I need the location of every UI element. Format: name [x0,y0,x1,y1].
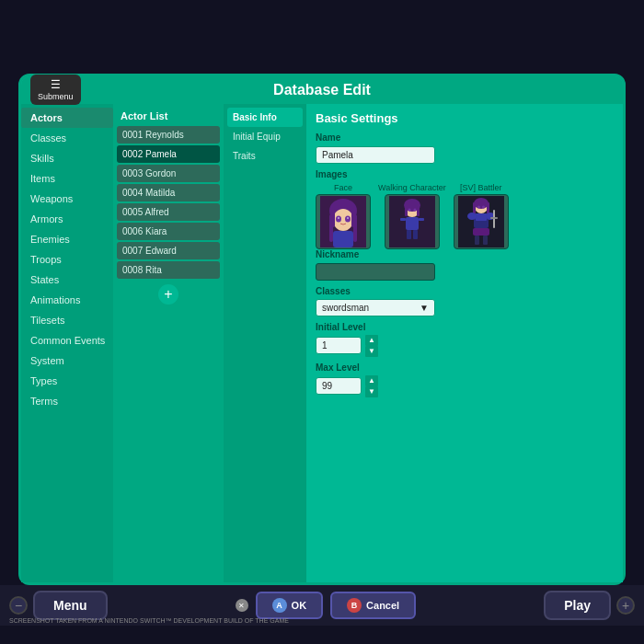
actor-item-pamela[interactable]: 0002 Pamela [117,145,220,163]
svg-rect-35 [473,228,489,236]
face-image-box: Face [316,183,371,249]
actor-item-alfred[interactable]: 0005 Alfred [117,203,220,221]
tab-traits[interactable]: Traits [227,146,303,166]
sidebar-item-system[interactable]: System [21,351,113,371]
ok-button[interactable]: A OK [256,592,324,619]
play-button[interactable]: Play [544,591,611,620]
svg-rect-10 [329,214,333,242]
sidebar-item-troops[interactable]: Troops [21,249,113,270]
max-level-spinners: ▲ ▼ [365,375,378,397]
sidebar-item-enemies[interactable]: Enemies [21,229,113,249]
actor-item-rita[interactable]: 0008 Rita [117,261,220,279]
max-level-label: Max Level [316,362,614,373]
add-actor-button[interactable]: + [158,284,178,305]
face-image[interactable] [316,194,371,249]
svg-point-30 [482,205,485,208]
initial-level-spinners: ▲ ▼ [365,335,378,357]
classes-label: Classes [316,286,614,296]
actor-item-edward[interactable]: 0007 Edward [117,242,220,259]
sidebar-item-common-events[interactable]: Common Events [21,330,113,351]
images-label: Images [316,169,614,179]
b-badge: B [347,598,362,613]
nickname-label: Nickname [316,249,614,259]
sv-battler-label: [SV] Battler [460,183,502,192]
center-buttons: ✕ A OK B Cancel [236,592,417,619]
minus-button[interactable]: − [9,596,28,615]
disclaimer-text: SCREENSHOT TAKEN FROM A NINTENDO SWITCH™… [9,617,289,624]
sidebar-item-terms[interactable]: Terms [21,391,113,411]
actor-item-reynolds[interactable]: 0001 Reynolds [117,126,220,144]
svg-rect-9 [333,231,353,247]
svg-point-29 [477,205,480,208]
svg-rect-19 [406,217,419,230]
tab-basic-info[interactable]: Basic Info [227,108,303,127]
svg-rect-23 [413,230,418,239]
sv-battler-image-box: [SV] Battler [454,183,509,249]
sidebar-item-animations[interactable]: Animations [21,290,113,310]
name-label: Name [316,132,614,143]
actor-item-kiara[interactable]: 0006 Kiara [117,223,220,240]
window-title: Database Edit [273,82,371,98]
ok-label: OK [292,600,307,611]
walking-image-box: Walking Character [378,183,446,249]
max-level-up-button[interactable]: ▲ [365,375,378,386]
max-level-input[interactable] [316,377,362,395]
name-input[interactable] [316,146,435,164]
tabs-panel: Basic Info Initial Equip Traits [224,104,306,583]
actor-item-matilda[interactable]: 0004 Matilda [117,184,220,201]
sidebar-item-types[interactable]: Types [21,371,113,391]
cancel-label: Cancel [366,600,399,611]
sidebar-item-classes[interactable]: Classes [21,128,113,148]
svg-rect-22 [407,230,411,239]
a-badge: A [272,598,287,613]
classes-select[interactable]: swordsman ▼ [316,299,435,316]
submenu-icon: ☰ [51,78,61,91]
svg-rect-36 [475,236,479,245]
sidebar-item-tilesets[interactable]: Tilesets [21,310,113,330]
sidebar-item-weapons[interactable]: Weapons [21,189,113,209]
sidebar-item-states[interactable]: States [21,270,113,290]
cancel-button[interactable]: B Cancel [330,592,416,619]
face-label: Face [334,183,352,192]
initial-level-label: Initial Level [316,322,614,332]
svg-rect-20 [400,218,406,221]
sidebar-item-armors[interactable]: Armors [21,209,113,229]
svg-point-26 [474,198,489,209]
actor-list-panel: Actor List 0001 Reynolds 0002 Pamela 000… [113,104,224,583]
classes-value: swordsman [322,303,369,313]
walking-label: Walking Character [378,183,446,192]
sidebar: Actors Classes Skills Items Weapons Armo… [21,104,113,583]
initial-level-input[interactable] [316,337,362,354]
submenu-button[interactable]: ☰ Submenu [30,75,81,105]
submenu-label: Submenu [38,92,74,101]
bottom-bar: − Menu ✕ A OK B Cancel Play + SCREENSHOT… [0,585,644,626]
x-badge: ✕ [236,599,248,612]
sidebar-item-skills[interactable]: Skills [21,148,113,168]
detail-panel: Basic Settings Name Images Face [306,104,623,583]
sv-battler-image[interactable] [454,194,509,249]
actor-item-gordon[interactable]: 0003 Gordon [117,165,220,182]
tab-initial-equip[interactable]: Initial Equip [227,127,303,146]
svg-rect-21 [419,218,424,221]
menu-button[interactable]: Menu [33,591,108,620]
nickname-input[interactable] [316,263,435,281]
svg-point-33 [467,213,477,220]
svg-rect-37 [483,236,488,245]
sidebar-item-items[interactable]: Items [21,168,113,189]
initial-level-down-button[interactable]: ▼ [365,346,378,357]
basic-settings-title: Basic Settings [316,111,614,125]
plus-button[interactable]: + [616,596,635,615]
svg-rect-15 [405,203,408,216]
svg-point-6 [347,217,349,219]
svg-rect-11 [353,214,357,242]
svg-point-17 [408,208,410,211]
svg-point-18 [413,208,416,211]
initial-level-up-button[interactable]: ▲ [365,335,378,346]
images-row: Face [316,183,614,249]
max-level-down-button[interactable]: ▼ [365,386,378,397]
play-label: Play [564,598,591,613]
svg-rect-16 [417,203,420,216]
sidebar-item-actors[interactable]: Actors [21,108,113,128]
walking-image[interactable] [385,194,440,249]
max-level-group: ▲ ▼ [316,375,614,397]
